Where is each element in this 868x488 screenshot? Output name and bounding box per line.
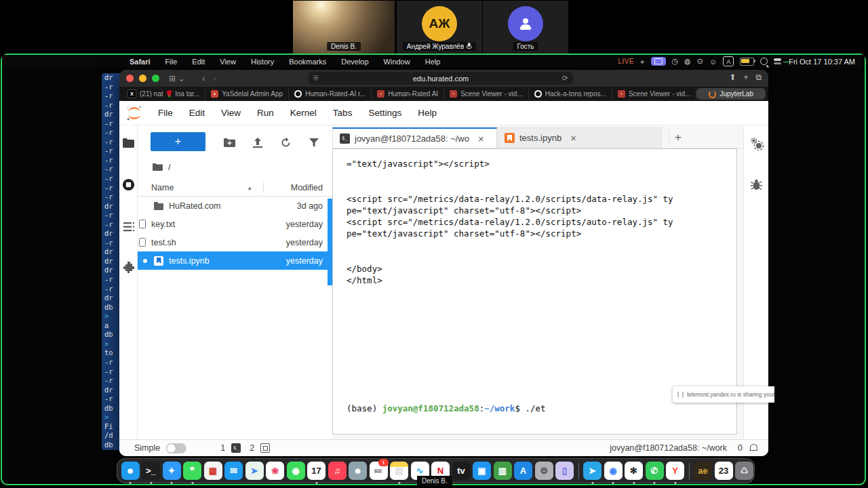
screen-share-banner[interactable]: telemost.yandex.ru is sharing your scree… <box>673 386 774 403</box>
jupyterlab-menu[interactable]: View <box>213 108 249 118</box>
jupyterlab-menu[interactable]: Help <box>410 108 445 118</box>
close-window-button[interactable] <box>126 75 134 82</box>
extension-manager-icon[interactable] <box>122 261 135 274</box>
name-column-header[interactable]: Name <box>151 183 174 192</box>
file-row[interactable]: HuRated.com 3d ago <box>138 197 332 215</box>
maps-icon[interactable]: ➤ <box>245 461 264 481</box>
jupyterlab-menu[interactable]: Settings <box>360 108 410 118</box>
participant-tile-andrey[interactable]: АЖ Андрей Журавлёв <box>397 1 482 54</box>
telegram-icon[interactable]: ➤ <box>583 461 602 481</box>
file-browser-icon[interactable] <box>122 136 135 149</box>
control-center-icon[interactable] <box>774 58 783 65</box>
whatsapp-icon[interactable]: ✆ <box>645 461 664 481</box>
facetime-icon[interactable]: ◉ <box>286 461 305 481</box>
jupyterlab-menu[interactable]: Kernel <box>282 108 325 118</box>
breadcrumb[interactable]: / <box>153 162 171 172</box>
forward-button[interactable]: › <box>213 74 216 83</box>
safari-icon[interactable]: ✦ <box>162 461 181 481</box>
add-icon[interactable]: + <box>640 58 644 66</box>
file-row[interactable]: test.sh yesterday <box>138 233 332 251</box>
finder-icon[interactable]: ☻ <box>121 461 140 481</box>
privacy-shield-icon[interactable]: ⛨ <box>313 75 319 83</box>
safari-tab[interactable]: Human-Rated-AI r... <box>289 88 372 100</box>
music-icon[interactable]: ♫ <box>328 461 347 481</box>
file-row[interactable]: tests.ipynb yesterday <box>138 251 332 270</box>
dock-separator[interactable] <box>686 461 692 481</box>
property-inspector-icon[interactable] <box>751 138 764 153</box>
mail-icon[interactable]: ✉ <box>224 461 243 481</box>
calendar-icon[interactable]: 17 <box>307 461 326 481</box>
menubar-menu[interactable]: Edit <box>184 58 212 66</box>
upload-button[interactable] <box>252 136 264 148</box>
settings-icon[interactable]: ⚙ <box>534 461 553 481</box>
notes-icon[interactable]: ▤ <box>390 461 409 481</box>
tab-overview-icon[interactable]: ⧉ <box>755 73 762 82</box>
sidebar-toggle-icon[interactable]: ⊞ ⌄ <box>169 74 184 83</box>
back-button[interactable]: ‹ <box>202 74 205 83</box>
safari-tab[interactable]: JupyterLab <box>696 88 765 100</box>
input-source-icon[interactable]: A <box>723 56 734 66</box>
document-tab[interactable]: tests.ipynb × <box>497 127 662 148</box>
file-row[interactable]: key.txt yesterday <box>138 215 332 233</box>
new-folder-button[interactable] <box>223 136 235 148</box>
safari-tab[interactable]: Scene Viewer - vid... <box>444 88 529 100</box>
menubar-menu[interactable]: View <box>212 58 243 66</box>
modified-column-header[interactable]: Modified <box>291 183 323 192</box>
clock-icon[interactable]: ◷ <box>672 57 679 66</box>
sort-ascending-icon[interactable]: ▲ <box>247 185 252 191</box>
play-circle-icon[interactable]: ⊙ <box>697 57 703 66</box>
notifications-bell-icon[interactable] <box>749 444 757 452</box>
jupyterlab-menu[interactable]: Run <box>249 108 282 118</box>
zoom-window-button[interactable] <box>152 75 159 82</box>
menubar-menu[interactable]: Help <box>418 58 448 66</box>
safari-tab[interactable]: Scene Viewer - vid... <box>612 88 697 100</box>
document-tab[interactable]: jovyan@f180712ada58: ~/wo × <box>332 127 497 148</box>
face-icon[interactable]: ☺ <box>709 58 717 66</box>
safari-tab[interactable]: Hack-a-tons repos... <box>529 88 612 100</box>
reminders-icon[interactable]: ≔ 1 <box>369 461 388 481</box>
document-23-icon[interactable]: 23 <box>714 461 733 481</box>
chrome-icon[interactable]: ◉ <box>604 461 623 481</box>
table-of-contents-icon[interactable] <box>122 220 135 233</box>
iphone-mirroring-icon[interactable]: ▯ <box>555 461 574 481</box>
new-tab-icon[interactable]: + <box>743 73 748 82</box>
spotlight-icon[interactable] <box>760 58 768 65</box>
simple-mode-toggle[interactable] <box>166 443 186 453</box>
apple-tv-icon[interactable]: tv <box>452 461 471 481</box>
terminals-icon[interactable] <box>231 443 241 453</box>
launchpad-icon[interactable]: ▦ <box>203 461 222 481</box>
contacts-icon[interactable]: ☻ <box>349 461 368 481</box>
chatgpt-icon[interactable]: ✻ <box>625 461 644 481</box>
safari-tab[interactable]: YaSdelal Admin App <box>205 88 289 100</box>
safari-tab[interactable]: (21) nat 🌹 loa tar... <box>122 88 205 100</box>
debugger-icon[interactable] <box>751 178 762 193</box>
menubar-clock[interactable]: Fri Oct 17 10:37 AM <box>789 58 855 66</box>
terminal-icon[interactable]: >_ <box>142 461 161 481</box>
jupyterlab-menu[interactable]: Tabs <box>325 108 361 118</box>
app-store-icon[interactable]: A <box>514 461 533 481</box>
participant-tile-guest[interactable]: Гость <box>483 1 568 54</box>
safari-tab[interactable]: Human-Rated AI <box>372 88 444 100</box>
close-tab-icon[interactable]: × <box>570 132 576 144</box>
numbers-icon[interactable]: ▥ <box>493 461 512 481</box>
menubar-menu[interactable]: Bookmarks <box>281 58 334 66</box>
share-icon[interactable]: ⬆ <box>729 73 736 82</box>
menubar-menu[interactable]: Window <box>376 58 418 66</box>
photos-icon[interactable]: ❀ <box>266 461 285 481</box>
pause-icon[interactable] <box>677 392 684 397</box>
running-kernels-icon[interactable] <box>122 178 135 191</box>
menubar-menu[interactable]: Develop <box>334 58 376 66</box>
network-icon[interactable]: ◍ <box>684 57 691 66</box>
minimize-window-button[interactable] <box>139 75 146 82</box>
jupyterlab-menu[interactable]: Edit <box>181 108 213 118</box>
screen-sharing-icon[interactable] <box>651 57 666 66</box>
active-app-name[interactable]: Safari <box>122 58 158 66</box>
kernels-icon[interactable] <box>260 443 270 453</box>
reload-icon[interactable]: ⟳ <box>562 74 568 83</box>
battery-icon[interactable] <box>740 58 754 66</box>
menubar-menu[interactable]: History <box>243 58 281 66</box>
messages-icon[interactable]: ❞ <box>183 461 202 481</box>
yandex-browser-icon[interactable]: Y <box>666 461 685 481</box>
ae-app-icon[interactable]: ae <box>694 461 713 481</box>
dock-separator[interactable] <box>576 461 581 481</box>
